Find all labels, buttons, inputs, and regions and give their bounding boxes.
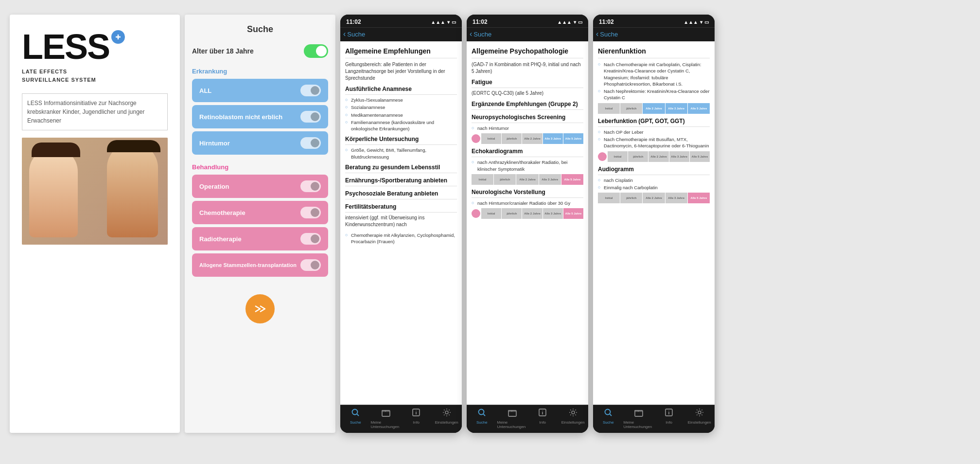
timeline-neuro: Initial jährlich Alle 2 Jahre Alle 3 Jah… (472, 133, 583, 144)
s3-b4: Nach Chemotherapie mit Busulfan, MTX, Da… (598, 136, 710, 149)
nav-bar-1: ‹ Suche (340, 27, 462, 41)
filter-all-label: ALL (199, 87, 211, 94)
logo-plus (111, 30, 125, 44)
s3-h1: Nierenfunktion (598, 47, 710, 58)
tab-info-3[interactable]: Info (654, 408, 684, 429)
tab-label-info-3: Info (666, 420, 672, 425)
tab-untersuchungen-3[interactable]: Meine Untersuchungen (624, 408, 654, 429)
folder-icon-2 (508, 408, 517, 419)
filter-op-toggle[interactable] (300, 180, 321, 192)
s2-t2: (EORTC QLQ-C30) (alle 5 Jahre) (472, 90, 583, 97)
s2-h3: Ergänzende Empfehlungen (Gruppe 2) (472, 101, 583, 110)
folder-icon-3 (634, 408, 643, 419)
tab-suche-3[interactable]: Suche (593, 408, 624, 429)
filter-stamm-toggle[interactable] (300, 259, 321, 271)
bottom-tab-3: Suche Meine Untersuchungen Info Einstell… (593, 405, 715, 433)
filter-radio-toggle[interactable] (300, 233, 321, 245)
phone-screen-3: 11:02 ▲▲▲ ▾ ▭ ‹ Suche Nierenfunktion Nac… (593, 15, 715, 433)
svg-point-22 (698, 411, 701, 414)
s1-h4: Beratung zu gesundem Lebensstil (345, 164, 457, 173)
filter-all-toggle[interactable] (300, 85, 321, 96)
status-bar-3: 11:02 ▲▲▲ ▾ ▭ (593, 15, 715, 27)
battery-icon-2: ▭ (578, 19, 582, 25)
back-chevron-2: ‹ (470, 30, 472, 38)
erkrankung-label: Erkrankung (192, 68, 328, 75)
brochure-subtitle: LATE EFFECTS SURVEILLANCE SYSTEM (22, 68, 168, 84)
signal-icon: ▲▲▲ (431, 19, 445, 25)
tab-label-suche-3: Suche (603, 420, 614, 425)
svg-point-8 (445, 411, 448, 414)
search-icon-2 (477, 408, 486, 419)
filter-hirn[interactable]: Hirntumor (192, 131, 328, 155)
tl-dot-neuro2 (472, 209, 480, 218)
status-icons-1: ▲▲▲ ▾ ▭ (431, 19, 456, 25)
back-button-3[interactable]: ‹ Suche (596, 30, 712, 38)
back-button-2[interactable]: ‹ Suche (470, 30, 585, 38)
tab-info-2[interactable]: Info (527, 408, 558, 429)
filter-op[interactable]: Operation (192, 175, 328, 198)
filter-all[interactable]: ALL (192, 79, 328, 102)
s2-h1: Allgemeine Psychopathologie (472, 47, 583, 58)
filter-retino-toggle[interactable] (300, 111, 321, 123)
tab-settings-3[interactable]: Einstellungen (684, 408, 715, 429)
back-label-3: Suche (600, 31, 618, 38)
tab-label-settings-1: Einstellungen (435, 420, 458, 425)
status-bar-2: 11:02 ▲▲▲ ▾ ▭ (467, 15, 588, 27)
status-icons-3: ▲▲▲ ▾ ▭ (683, 19, 709, 25)
filter-retino[interactable]: Retinoblastom nicht erblich (192, 105, 328, 128)
tab-settings-1[interactable]: Einstellungen (432, 408, 462, 429)
wifi-icon-2: ▾ (574, 19, 576, 25)
filter-radio[interactable]: Radiotherapie (192, 227, 328, 250)
filter-stamm[interactable]: Allogene Stammzellen-transplantation (192, 253, 328, 277)
s2-h4: Neuropsychologisches Screening (472, 114, 583, 123)
tab-label-info-2: Info (540, 420, 546, 425)
s1-h3: Körperliche Untersuchung (345, 136, 457, 145)
tab-settings-2[interactable]: Einstellungen (558, 408, 589, 429)
s1-t1: Geltungsbereich: alle Patienten in der L… (345, 61, 457, 82)
phone-screen-2: 11:02 ▲▲▲ ▾ ▭ ‹ Suche Allgemeine Psychop… (467, 15, 588, 433)
s1-h5: Ernährungs-/Sportberatung anbieten (345, 177, 457, 186)
s1-h2: Ausführliche Anamnese (345, 86, 457, 95)
wifi-icon-3: ▾ (700, 19, 702, 25)
svg-point-21 (668, 410, 669, 411)
back-chevron-1: ‹ (343, 30, 346, 38)
tab-untersuchungen-1[interactable]: Meine Untersuchungen (371, 408, 402, 429)
tab-label-settings-3: Einstellungen (688, 420, 711, 425)
timeline-neuro2: Initial jährlich Alle 2 Jahre Alle 3 Jah… (472, 208, 583, 219)
s2-h6: Neurologische Vorstellung (472, 189, 583, 198)
info-icon-3 (665, 408, 673, 419)
tl-5j: Alle 5 Jahre (563, 133, 583, 144)
tab-label-info-1: Info (413, 420, 420, 425)
logo: LESS (22, 29, 168, 64)
svg-point-9 (479, 410, 484, 415)
s3-b2: Nach Nephrektomie: Kreatinin/Krea-Cleara… (598, 88, 710, 101)
settings-icon-1 (442, 408, 451, 419)
s3-b1: Nach Chemotherapie mit Carboplatin, Cisp… (598, 61, 710, 87)
tl-3j: Alle 3 Jahre (543, 133, 563, 144)
svg-line-10 (484, 414, 486, 416)
tab-suche-1[interactable]: Suche (340, 408, 371, 429)
tab-untersuchungen-2[interactable]: Meine Untersuchungen (497, 408, 528, 429)
svg-point-7 (416, 410, 417, 411)
filter-chemo-toggle[interactable] (300, 207, 321, 218)
tab-label-untersuchungen-3: Meine Untersuchungen (624, 420, 654, 429)
s2-b3: nach Hirntumor/cranialer Radiatio über 3… (472, 200, 583, 206)
filter-chemo[interactable]: Chemotherapie (192, 201, 328, 224)
filter-hirn-toggle[interactable] (300, 137, 321, 149)
back-button-1[interactable]: ‹ Suche (343, 30, 459, 38)
svg-line-17 (610, 414, 612, 416)
brochure-panel: LESS LATE EFFECTS SURVEILLANCE SYSTEM LE… (10, 15, 180, 433)
signal-icon-2: ▲▲▲ (557, 19, 572, 25)
age-toggle[interactable] (304, 44, 328, 58)
tab-info-1[interactable]: Info (401, 408, 432, 429)
info-icon-2 (538, 408, 547, 419)
s2-b1: nach Hirntumor (472, 125, 583, 131)
svg-point-2 (352, 410, 358, 415)
tab-label-untersuchungen-1: Meine Untersuchungen (371, 420, 402, 429)
tab-suche-2[interactable]: Suche (467, 408, 497, 429)
s1-b6: Chemotherapie mit Alkylanzien, Cyclophos… (345, 232, 457, 245)
status-bar-1: 11:02 ▲▲▲ ▾ ▭ (340, 15, 462, 27)
info-icon-1 (412, 408, 420, 419)
next-button[interactable] (245, 294, 275, 323)
back-label-2: Suche (473, 31, 491, 38)
